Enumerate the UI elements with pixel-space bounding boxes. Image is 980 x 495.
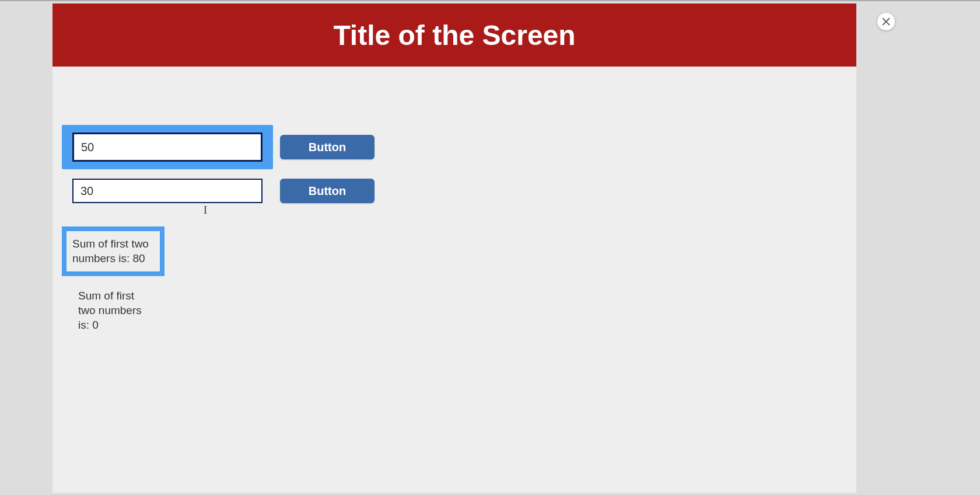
result-text-2: Sum of first two numbers is: 0 (78, 289, 150, 332)
number-input-2[interactable] (72, 179, 262, 203)
app-container: Title of the Screen Button Button Sum of… (52, 4, 856, 493)
action-button-1[interactable]: Button (280, 135, 374, 159)
input-row-1: Button (62, 125, 856, 169)
text-cursor-icon: I (204, 204, 207, 217)
page-title: Title of the Screen (333, 19, 575, 51)
input-wrapper-2 (62, 179, 273, 203)
input-row-2: Button (62, 179, 856, 203)
top-divider (0, 0, 980, 1)
result-text-1: Sum of first two numbers is: 80 (72, 237, 154, 266)
close-icon (882, 18, 890, 26)
input-wrapper-1 (62, 125, 273, 169)
close-button[interactable] (877, 13, 895, 30)
result-box-2: Sum of first two numbers is: 0 (68, 289, 161, 332)
header-bar: Title of the Screen (52, 4, 856, 67)
result-box-1: Sum of first two numbers is: 80 (62, 226, 164, 276)
action-button-2[interactable]: Button (280, 179, 374, 203)
content-area: Button Button Sum of first two numbers i… (52, 67, 856, 345)
number-input-1[interactable] (72, 133, 262, 162)
results-block: Sum of first two numbers is: 80 Sum of f… (62, 226, 856, 345)
